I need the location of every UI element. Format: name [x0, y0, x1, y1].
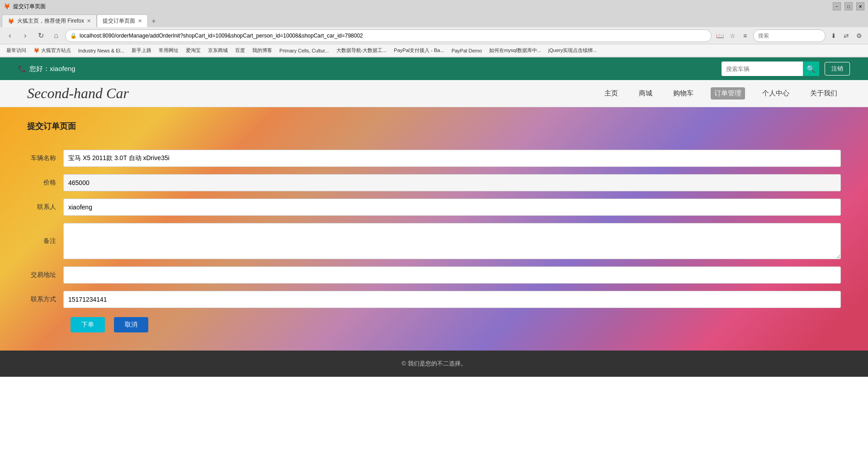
bookmark-common-sites[interactable]: 常用网址	[156, 46, 181, 55]
bookmark-firefox-official[interactable]: 🦊 火狐官方站点	[31, 46, 74, 55]
address-label: 交易地址	[27, 271, 63, 279]
nav-icons: 📖 ☆ ≡	[714, 30, 750, 41]
minimize-button[interactable]: −	[833, 2, 841, 10]
bookmark-baidu[interactable]: 百度	[232, 46, 248, 55]
bookmark-paypal-ba-label: PayPal支付接入 - Ba...	[394, 47, 444, 54]
forward-button[interactable]: ›	[19, 29, 32, 42]
site-header: 📞 您好：xiaofeng 🔍 注销	[0, 57, 868, 80]
car-name-row: 车辆名称	[27, 150, 841, 167]
browser-chrome: 🦊 提交订单页面 − □ ✕ 🦊 火狐主页，推荐使用 Firefox ✕ 提交订…	[0, 0, 868, 57]
phone-row: 联系方式	[27, 291, 841, 308]
bookmark-primary-label: Primary Cells, Cultur...	[279, 48, 329, 53]
bookmark-bigdata-label: 大数据导航-大数据工...	[336, 47, 387, 54]
bookmark-frequent[interactable]: 最常访问	[4, 46, 29, 55]
car-search-input[interactable]	[722, 62, 803, 76]
address-row: 交易地址	[27, 266, 841, 284]
menu-icon[interactable]: ≡	[740, 30, 750, 41]
menu-shop[interactable]: 商城	[635, 87, 656, 100]
bookmark-jd[interactable]: 京东商城	[205, 46, 231, 55]
tab-order-page[interactable]: 提交订单页面 ✕	[97, 14, 148, 27]
contact-row: 联系人	[27, 199, 841, 216]
footer-text: © 我们是您的不二选择。	[401, 360, 466, 367]
reader-icon[interactable]: 📖	[714, 30, 725, 41]
bookmark-bigdata[interactable]: 大数据导航-大数据工...	[334, 46, 390, 55]
price-input[interactable]	[63, 174, 841, 191]
contact-input[interactable]	[63, 199, 841, 216]
site-logo: Second-hand Car	[27, 85, 129, 102]
car-name-input[interactable]	[63, 150, 841, 167]
bookmark-firefox-label: 火狐官方站点	[41, 47, 71, 54]
bookmark-industry-label: Industry News & El...	[78, 48, 124, 53]
notes-label: 备注	[27, 237, 63, 245]
address-input[interactable]	[63, 266, 841, 284]
bookmark-taobao[interactable]: 爱淘宝	[183, 46, 203, 55]
window-controls[interactable]: − □ ✕	[833, 2, 864, 10]
firefox-logo: 🦊	[4, 3, 10, 9]
notes-input[interactable]	[63, 223, 841, 259]
bookmark-icon[interactable]: ☆	[727, 30, 738, 41]
tab-firefox-label: 火狐主页，推荐使用 Firefox	[17, 17, 84, 25]
bookmark-newbie-label: 新手上路	[132, 47, 151, 54]
close-button[interactable]: ✕	[856, 2, 864, 10]
back-button[interactable]: ‹	[4, 29, 16, 42]
bookmark-blog-label: 我的博客	[252, 47, 272, 54]
site-nav: Second-hand Car 主页 商城 购物车 订单管理 个人中心 关于我们	[0, 80, 868, 107]
menu-home[interactable]: 主页	[601, 87, 622, 100]
notes-row: 备注	[27, 223, 841, 259]
bookmark-blog[interactable]: 我的博客	[250, 46, 275, 55]
bookmark-jquery[interactable]: jQuery实现点击续绑...	[546, 46, 600, 55]
bookmark-paypal-demo[interactable]: PayPal Demo	[449, 47, 485, 54]
tab-firefox-home[interactable]: 🦊 火狐主页，推荐使用 Firefox ✕	[2, 14, 97, 27]
window-title: 提交订单页面	[13, 3, 46, 10]
menu-orders[interactable]: 订单管理	[711, 87, 745, 100]
title-bar: 🦊 提交订单页面 − □ ✕	[0, 0, 868, 13]
tab-bar: 🦊 火狐主页，推荐使用 Firefox ✕ 提交订单页面 ✕ +	[0, 13, 868, 27]
lock-icon: 🔒	[70, 33, 77, 39]
bookmark-baidu-label: 百度	[235, 47, 245, 54]
download-icon[interactable]: ⬇	[828, 30, 839, 41]
menu-about[interactable]: 关于我们	[807, 87, 841, 100]
address-bar[interactable]: 🔒	[65, 29, 712, 42]
bookmark-paypal-ba[interactable]: PayPal支付接入 - Ba...	[391, 46, 447, 55]
main-content: 提交订单页面 车辆名称 价格 联系人 备注	[0, 107, 868, 351]
reload-button[interactable]: ↻	[34, 29, 47, 42]
bookmark-taobao-label: 爱淘宝	[186, 47, 201, 54]
site-footer: © 我们是您的不二选择。	[0, 351, 868, 377]
bookmark-primary-cells[interactable]: Primary Cells, Cultur...	[277, 47, 331, 54]
bookmark-mysql-label: 如何在mysql数据库中...	[489, 47, 541, 54]
phone-icon: 📞	[18, 65, 27, 73]
new-tab-button[interactable]: +	[148, 15, 160, 27]
tab-firefox-icon: 🦊	[8, 18, 14, 24]
bookmark-jquery-label: jQuery实现点击续绑...	[548, 47, 597, 54]
site-menu: 主页 商城 购物车 订单管理 个人中心 关于我们	[601, 87, 841, 100]
home-button[interactable]: ⌂	[50, 29, 62, 42]
address-input[interactable]	[80, 33, 707, 39]
maximize-button[interactable]: □	[844, 2, 853, 10]
bookmark-common-label: 常用网址	[159, 47, 179, 54]
car-name-label: 车辆名称	[27, 154, 63, 162]
tab-close-1[interactable]: ✕	[87, 18, 91, 24]
menu-cart[interactable]: 购物车	[670, 87, 697, 100]
greeting-text: 您好：xiaofeng	[29, 65, 75, 73]
submit-button[interactable]: 下单	[71, 317, 105, 332]
bookmark-mysql[interactable]: 如何在mysql数据库中...	[486, 46, 544, 55]
title-bar-left: 🦊 提交订单页面	[4, 3, 46, 10]
form-actions: 下单 取消	[27, 317, 841, 332]
browser-search-input[interactable]	[753, 29, 826, 42]
phone-input[interactable]	[63, 291, 841, 308]
price-row: 价格	[27, 174, 841, 191]
cancel-button[interactable]: 取消	[114, 317, 148, 332]
page-title: 提交订单页面	[27, 121, 841, 132]
tab-close-2[interactable]: ✕	[138, 18, 142, 24]
bookmarks-bar: 最常访问 🦊 火狐官方站点 Industry News & El... 新手上路…	[0, 44, 868, 57]
car-search-button[interactable]: 🔍	[803, 62, 819, 76]
logout-button[interactable]: 注销	[825, 62, 850, 76]
settings-icon[interactable]: ⚙	[854, 30, 864, 41]
contact-label: 联系人	[27, 203, 63, 211]
page-container: 提交订单页面 车辆名称 价格 联系人 备注	[0, 107, 868, 351]
sync-icon[interactable]: ⇄	[841, 30, 852, 41]
menu-profile[interactable]: 个人中心	[759, 87, 793, 100]
bookmark-newbie[interactable]: 新手上路	[129, 46, 154, 55]
bookmark-industry-news[interactable]: Industry News & El...	[75, 47, 127, 54]
car-search-wrap: 🔍	[722, 62, 819, 76]
